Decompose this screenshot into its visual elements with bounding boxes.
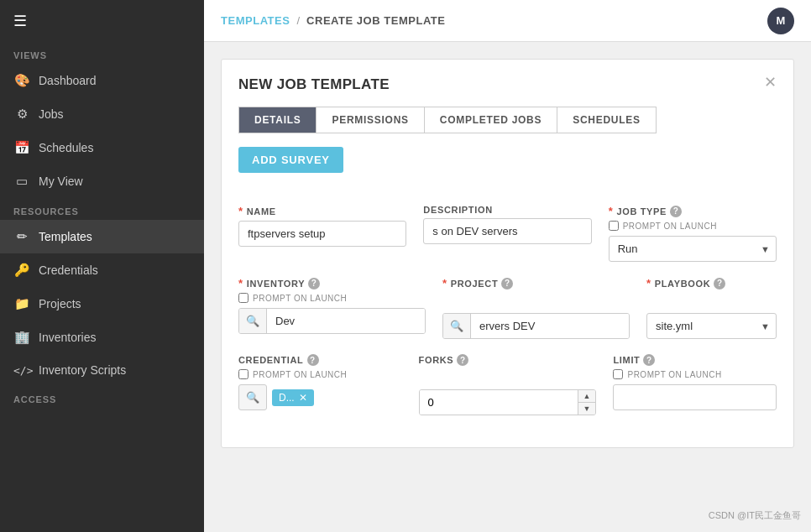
sidebar-item-projects[interactable]: 📁 Projects	[0, 287, 204, 321]
form-row-3: CREDENTIAL ? PROMPT ON LAUNCH 🔍 D... ✕	[238, 354, 777, 415]
jobtype-select-wrapper: Run Check Scan ▼	[609, 236, 777, 262]
myview-icon: ▭	[13, 174, 30, 189]
hamburger-icon[interactable]: ☰	[13, 12, 27, 30]
cred-prompt-row: PROMPT ON LAUNCH	[238, 369, 402, 379]
dashboard-icon: 🎨	[13, 73, 30, 88]
sidebar-item-credentials-label: Credentials	[39, 263, 98, 277]
playbook-required-star: *	[646, 277, 651, 289]
sidebar-item-inventories[interactable]: 🏢 Inventories	[0, 321, 204, 354]
name-required-star: *	[238, 205, 243, 217]
limit-prompt-label: PROMPT ON LAUNCH	[627, 370, 721, 379]
credential-prompt-checkbox[interactable]	[238, 369, 249, 379]
field-playbook: * PLAYBOOK ? site.yml ▼	[646, 277, 777, 339]
views-section-label: VIEWS	[0, 42, 204, 64]
limit-input[interactable]	[613, 384, 777, 410]
inventory-search-icon[interactable]: 🔍	[239, 309, 267, 333]
credentials-icon: 🔑	[13, 263, 30, 278]
credential-tag-close[interactable]: ✕	[299, 392, 307, 404]
inventory-search-group: 🔍	[238, 308, 426, 334]
sidebar-item-inventories-label: Inventories	[39, 331, 96, 344]
sidebar-item-jobs[interactable]: ⚙ Jobs	[0, 97, 204, 131]
tab-details[interactable]: DETAILS	[239, 107, 317, 133]
sidebar-item-projects-label: Projects	[39, 297, 81, 310]
limit-help-icon[interactable]: ?	[643, 354, 655, 366]
field-limit-label: LIMIT ?	[613, 354, 777, 366]
playbook-select[interactable]: site.yml	[646, 313, 777, 339]
breadcrumb-link[interactable]: TEMPLATES	[221, 14, 290, 27]
field-project: * PROJECT ? 🔍	[442, 277, 630, 339]
sidebar-item-jobs-label: Jobs	[39, 107, 64, 121]
cred-prompt-label: PROMPT ON LAUNCH	[253, 370, 347, 379]
tab-completed-jobs[interactable]: COMPLETED JOBS	[425, 107, 557, 133]
field-name: * NAME	[238, 205, 406, 262]
inventory-scripts-icon: </>	[13, 364, 30, 377]
card-title: NEW JOB TEMPLATE	[238, 76, 390, 93]
topbar: TEMPLATES / CREATE JOB TEMPLATE M	[204, 0, 811, 42]
field-inventory-label: * INVENTORY ?	[238, 277, 426, 289]
inv-prompt-row: PROMPT ON LAUNCH	[238, 293, 426, 303]
forks-spinner: ▲ ▼	[419, 389, 597, 415]
field-job-type: * JOB TYPE ? PROMPT ON LAUNCH Run Check …	[609, 205, 777, 262]
sidebar-item-dashboard-label: Dashboard	[39, 74, 97, 87]
credential-search-icon[interactable]: 🔍	[238, 384, 267, 410]
description-input[interactable]	[423, 218, 591, 244]
project-search-icon[interactable]: 🔍	[443, 314, 471, 338]
forks-spinner-buttons: ▲ ▼	[578, 390, 596, 415]
jobtype-prompt-checkbox[interactable]	[609, 221, 619, 231]
sidebar-item-schedules[interactable]: 📅 Schedules	[0, 131, 204, 164]
forks-increment[interactable]: ▲	[578, 390, 596, 402]
credential-tag-label: D...	[279, 392, 295, 404]
sidebar-item-templates[interactable]: ✏ Templates	[0, 220, 204, 253]
jobtype-help-icon[interactable]: ?	[670, 206, 682, 217]
jobtype-prompt-label: PROMPT ON LAUNCH	[623, 222, 717, 231]
user-avatar[interactable]: M	[767, 8, 794, 34]
sidebar-item-dashboard[interactable]: 🎨 Dashboard	[0, 64, 204, 97]
job-template-card: NEW JOB TEMPLATE ✕ DETAILS PERMISSIONS C…	[221, 59, 794, 448]
tab-schedules[interactable]: SCHEDULES	[557, 107, 656, 133]
limit-prompt-checkbox[interactable]	[613, 369, 623, 379]
templates-icon: ✏	[13, 229, 30, 244]
forks-help-icon[interactable]: ?	[457, 354, 468, 366]
field-credential: CREDENTIAL ? PROMPT ON LAUNCH 🔍 D... ✕	[238, 354, 402, 415]
sidebar-item-schedules-label: Schedules	[39, 141, 93, 154]
sidebar-item-inventory-scripts[interactable]: </> Inventory Scripts	[0, 354, 204, 386]
sidebar-item-credentials[interactable]: 🔑 Credentials	[0, 253, 204, 287]
inventories-icon: 🏢	[13, 330, 30, 345]
field-credential-label: CREDENTIAL ?	[238, 354, 402, 366]
inv-required-star: *	[238, 277, 243, 289]
playbook-help-icon[interactable]: ?	[714, 278, 725, 289]
sidebar: ☰ VIEWS 🎨 Dashboard ⚙ Jobs 📅 Schedules ▭…	[0, 0, 204, 532]
sidebar-item-myview[interactable]: ▭ My View	[0, 164, 204, 198]
job-type-select[interactable]: Run Check Scan	[609, 236, 777, 262]
form-row-2: * INVENTORY ? PROMPT ON LAUNCH 🔍	[238, 277, 777, 339]
field-inventory: * INVENTORY ? PROMPT ON LAUNCH 🔍	[238, 277, 426, 339]
sidebar-header: ☰	[0, 0, 204, 42]
field-name-label: * NAME	[238, 205, 406, 217]
sidebar-item-templates-label: Templates	[39, 230, 92, 243]
field-project-label: * PROJECT ?	[442, 277, 630, 289]
forks-input[interactable]	[420, 390, 578, 415]
inv-prompt-label: PROMPT ON LAUNCH	[253, 294, 347, 303]
credential-help-icon[interactable]: ?	[307, 354, 319, 366]
field-forks: FORKS ? ▲ ▼	[419, 354, 597, 415]
name-input[interactable]	[238, 221, 406, 247]
breadcrumb: TEMPLATES / CREATE JOB TEMPLATE	[221, 14, 445, 27]
watermark: CSDN @IT民工金鱼哥	[709, 509, 801, 522]
forks-decrement[interactable]: ▼	[578, 402, 596, 415]
main-content: TEMPLATES / CREATE JOB TEMPLATE M NEW JO…	[204, 0, 811, 532]
add-survey-button[interactable]: ADD SURVEY	[238, 147, 343, 173]
tabs-container: DETAILS PERMISSIONS COMPLETED JOBS SCHED…	[238, 107, 657, 133]
project-search-group: 🔍	[442, 313, 630, 339]
tab-permissions[interactable]: PERMISSIONS	[317, 107, 424, 133]
page-body: NEW JOB TEMPLATE ✕ DETAILS PERMISSIONS C…	[204, 42, 811, 532]
project-search-input[interactable]	[471, 314, 629, 338]
project-help-icon[interactable]: ?	[501, 278, 513, 289]
inventory-search-input[interactable]	[267, 309, 425, 333]
form-row-1: * NAME DESCRIPTION * JOB TYPE ?	[238, 205, 777, 262]
jobtype-prompt-row: PROMPT ON LAUNCH	[609, 221, 777, 231]
inventory-help-icon[interactable]: ?	[308, 278, 320, 289]
card-close-button[interactable]: ✕	[764, 73, 777, 91]
inventory-prompt-checkbox[interactable]	[238, 293, 249, 303]
projects-icon: 📁	[13, 296, 30, 311]
jobs-icon: ⚙	[13, 107, 30, 122]
